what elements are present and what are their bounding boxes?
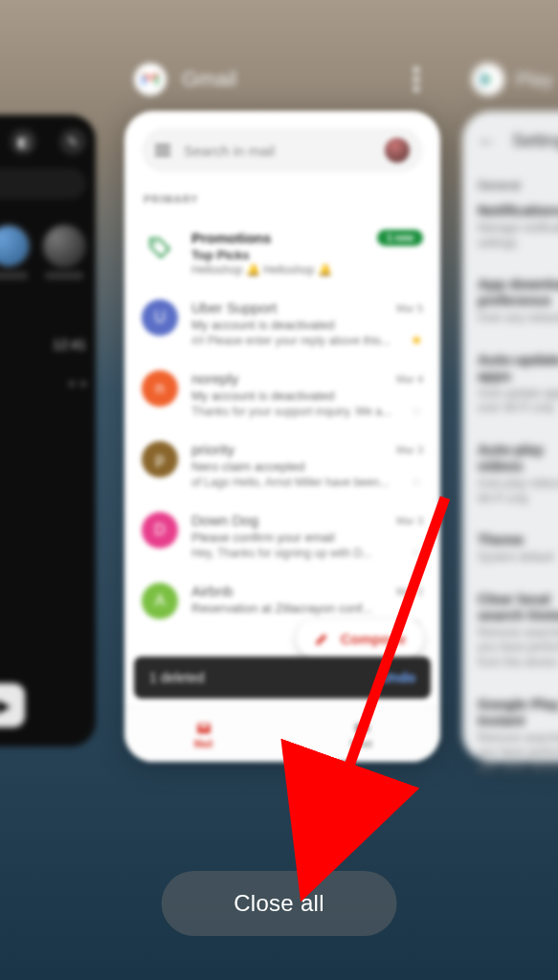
nav-mail[interactable]: Mail <box>124 707 282 762</box>
setting-subtitle: Auto-play videos over Wi-Fi only <box>478 477 558 506</box>
settings-row[interactable]: Google Play Instant Remove searches you … <box>478 696 558 776</box>
video-icon <box>351 720 372 737</box>
mail-row[interactable]: U Uber Support Mar 5 My account is deact… <box>142 288 423 359</box>
recent-app-header-gmail: Gmail <box>134 63 431 96</box>
compose-button[interactable]: Compose <box>297 620 423 657</box>
setting-subtitle: Manage notification settings <box>478 221 558 251</box>
snackbar-text: 1 deleted <box>149 670 205 685</box>
mail-row[interactable]: n noreply Mar 4 My account is deactivate… <box>142 359 423 430</box>
app-title: Gmail <box>182 67 236 92</box>
app-title: Play <box>516 69 553 91</box>
setting-title: Auto-update apps <box>478 351 558 384</box>
star-icon[interactable]: ☆ <box>411 545 423 560</box>
mail-row[interactable]: p priority Mar 3 Nero claim accepted of … <box>142 430 423 501</box>
recent-app-card-left[interactable]: ◧ ✎ 12:41 ▶ <box>0 115 96 746</box>
mail-snippet: of Lago Hello, Arnol Miller have been... <box>191 476 389 489</box>
recent-app-card-gmail[interactable]: Search in mail PRIMARY Promotions 1 new … <box>124 111 440 762</box>
camera-icon: ◧ <box>10 128 36 155</box>
sender-avatar: n <box>142 370 178 407</box>
settings-title: Settings <box>512 131 558 151</box>
star-icon[interactable]: ☆ <box>411 474 423 489</box>
mail-date: Mar 4 <box>396 373 423 385</box>
setting-title: Auto-play videos <box>478 441 558 474</box>
setting-title: Notifications <box>478 202 558 218</box>
snackbar: 1 deleted Undo <box>134 657 431 699</box>
sender-avatar: D <box>142 512 178 548</box>
sender-avatar: p <box>142 441 178 478</box>
settings-section: General <box>478 179 558 192</box>
sender-avatar: A <box>142 583 178 619</box>
back-arrow-icon[interactable]: ← <box>478 130 497 152</box>
snackbar-undo[interactable]: Undo <box>381 670 415 685</box>
search-placeholder: Search in mail <box>184 143 371 159</box>
kebab-menu-icon[interactable] <box>412 67 421 92</box>
bottom-nav: Mail Meet <box>124 706 440 762</box>
promotions-title: Promotions <box>191 230 271 246</box>
promotions-row[interactable]: Promotions 1 new Top Picks Helloshop 🔔 H… <box>142 218 423 288</box>
inbox-section-label: PRIMARY <box>144 193 423 205</box>
setting-subtitle: Over any network <box>478 311 558 326</box>
settings-row[interactable]: Theme System default <box>478 531 558 566</box>
setting-subtitle: System default <box>478 550 558 566</box>
settings-row[interactable]: Clear local search history Remove search… <box>478 590 558 671</box>
mail-date: Mar 3 <box>396 515 423 526</box>
star-icon[interactable]: ★ <box>411 332 423 347</box>
settings-row[interactable]: Auto-play videos Auto-play videos over W… <box>478 441 558 506</box>
setting-subtitle: Auto-update apps over Wi-Fi only <box>478 387 558 416</box>
mail-sender: Uber Support <box>191 300 277 316</box>
pencil-icon <box>314 630 331 647</box>
setting-title: App download preference <box>478 276 558 308</box>
mail-snippet: Hey, Thanks for signing up with D... <box>191 546 371 560</box>
mail-subject: My account is deactivated <box>191 318 423 332</box>
mail-subject: Please confirm your email <box>191 530 423 545</box>
mail-subject: My account is deactivated <box>191 389 423 403</box>
account-avatar[interactable] <box>385 138 410 163</box>
mail-snippet: ## Please enter your reply above this... <box>191 334 391 347</box>
tag-icon <box>142 230 178 266</box>
search-bar-dark <box>0 168 86 199</box>
mail-sender: Airbnb <box>191 583 233 599</box>
mail-icon <box>193 720 214 737</box>
mail-subject: Reservation at Zillacrayon conf... <box>191 601 423 615</box>
setting-subtitle: Remove searches you have performed with … <box>478 731 558 776</box>
app-shortcut-icon: ▶ <box>0 683 25 727</box>
search-bar[interactable]: Search in mail <box>142 128 423 172</box>
story-avatar <box>0 224 31 268</box>
mail-date: Mar 3 <box>396 444 423 456</box>
settings-row[interactable]: App download preference Over any network <box>478 276 558 326</box>
promotions-snippet: Helloshop 🔔 Helloshop 🔔 <box>191 263 423 277</box>
play-store-icon <box>472 63 504 96</box>
recent-app-card-settings[interactable]: ← Settings General Notifications Manage … <box>462 111 558 762</box>
edit-icon: ✎ <box>59 128 86 155</box>
svg-point-0 <box>153 241 156 244</box>
hamburger-icon <box>155 145 170 156</box>
close-all-button[interactable]: Close all <box>161 871 397 936</box>
promotions-badge: 1 new <box>377 230 423 246</box>
setting-title: Theme <box>478 531 558 547</box>
mail-row[interactable]: D Down Dog Mar 3 Please confirm your ema… <box>142 501 423 571</box>
mail-sender: priority <box>191 441 234 457</box>
settings-row[interactable]: Notifications Manage notification settin… <box>478 202 558 251</box>
setting-title: Clear local search history <box>478 590 558 623</box>
time-text: 12:41 <box>0 337 86 352</box>
sender-avatar: U <box>142 300 178 336</box>
settings-row[interactable]: Auto-update apps Auto-update apps over W… <box>478 351 558 416</box>
mail-date: Mar 5 <box>396 302 423 314</box>
nav-meet[interactable]: Meet <box>282 707 440 762</box>
mail-sender: Down Dog <box>191 512 258 528</box>
gmail-logo-icon <box>134 63 167 96</box>
mail-date: Mar 2 <box>396 586 423 597</box>
setting-subtitle: Remove searches you have performed from … <box>478 626 558 671</box>
setting-title: Google Play Instant <box>478 696 558 728</box>
recent-app-header-play: Play <box>472 63 558 96</box>
promotions-subject: Top Picks <box>191 248 423 262</box>
mail-snippet: Thanks for your support inquiry. We a... <box>191 405 391 418</box>
star-icon[interactable]: ☆ <box>411 403 423 418</box>
mail-subject: Nero claim accepted <box>191 459 423 474</box>
story-avatar <box>42 224 86 268</box>
mail-sender: noreply <box>191 370 238 387</box>
